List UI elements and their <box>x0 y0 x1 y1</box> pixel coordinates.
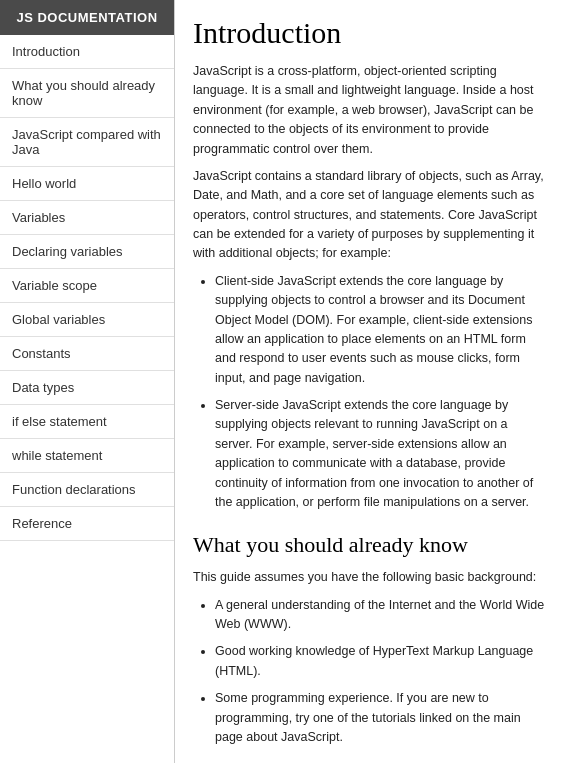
what-you-should-bullet2: Good working knowledge of HyperText Mark… <box>215 642 545 681</box>
intro-bullet1: Client-side JavaScript extends the core … <box>215 272 545 388</box>
sidebar-item-reference[interactable]: Reference <box>0 507 174 541</box>
what-you-should-bullet1: A general understanding of the Internet … <box>215 596 545 635</box>
sidebar-item-function-declarations[interactable]: Function declarations <box>0 473 174 507</box>
intro-heading: Introduction <box>193 16 545 50</box>
intro-p2: JavaScript contains a standard library o… <box>193 167 545 264</box>
sidebar-item-while[interactable]: while statement <box>0 439 174 473</box>
intro-bullet2: Server-side JavaScript extends the core … <box>215 396 545 512</box>
main-content: Introduction JavaScript is a cross-platf… <box>175 0 563 763</box>
sidebar-item-if-else[interactable]: if else statement <box>0 405 174 439</box>
sidebar-item-data-types[interactable]: Data types <box>0 371 174 405</box>
sidebar-item-what-you-should[interactable]: What you should already know <box>0 69 174 118</box>
sidebar-item-variables[interactable]: Variables <box>0 201 174 235</box>
what-you-should-bullet3: Some programming experience. If you are … <box>215 689 545 747</box>
intro-list: Client-side JavaScript extends the core … <box>215 272 545 513</box>
what-you-should-section: What you should already know This guide … <box>193 532 545 747</box>
sidebar-item-introduction[interactable]: Introduction <box>0 35 174 69</box>
intro-section: Introduction JavaScript is a cross-platf… <box>193 16 545 512</box>
sidebar-item-hello-world[interactable]: Hello world <box>0 167 174 201</box>
sidebar-item-declaring-variables[interactable]: Declaring variables <box>0 235 174 269</box>
what-you-should-list: A general understanding of the Internet … <box>215 596 545 748</box>
intro-p1: JavaScript is a cross-platform, object-o… <box>193 62 545 159</box>
sidebar-item-constants[interactable]: Constants <box>0 337 174 371</box>
sidebar-item-global-variables[interactable]: Global variables <box>0 303 174 337</box>
sidebar: JS DOCUMENTATION Introduction What you s… <box>0 0 175 763</box>
what-you-should-p1: This guide assumes you have the followin… <box>193 568 545 587</box>
sidebar-title: JS DOCUMENTATION <box>0 0 174 35</box>
what-you-should-heading: What you should already know <box>193 532 545 558</box>
sidebar-item-js-vs-java[interactable]: JavaScript compared with Java <box>0 118 174 167</box>
sidebar-item-variable-scope[interactable]: Variable scope <box>0 269 174 303</box>
